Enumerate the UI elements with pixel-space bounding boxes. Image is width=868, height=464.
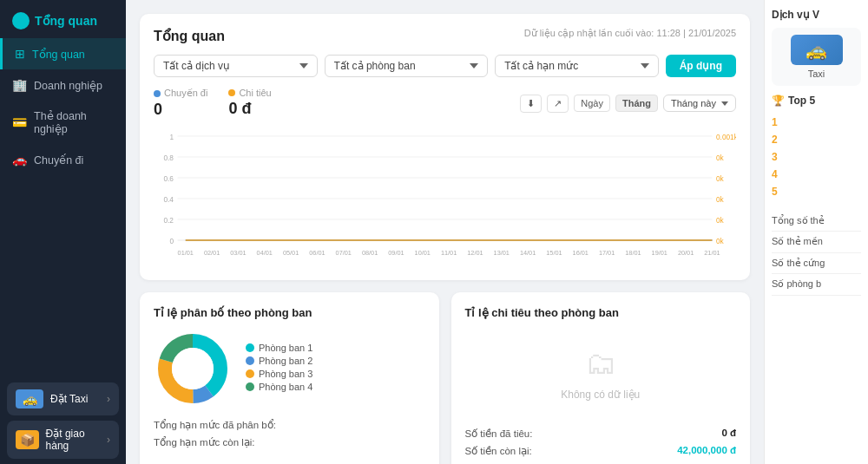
svg-text:1: 1 [169,133,174,141]
donut-chart [154,330,232,408]
distribution-card: Tỉ lệ phân bố theo phòng ban [140,292,439,464]
right-stat-1: Số thẻ mền [772,232,861,252]
sidebar-label-the: Thẻ doanh nghiệp [34,109,114,135]
service-card-taxi: 🚕 Taxi [772,28,861,86]
period-select[interactable]: Tháng này [663,95,736,112]
svg-text:19/01: 19/01 [652,249,667,257]
spent-value: 0 đ [721,428,736,440]
right-panel: Dịch vụ V 🚕 Taxi 🏆 Top 5 1 2 3 4 5 Tổng … [764,0,868,464]
svg-text:0.2: 0.2 [163,216,174,225]
sidebar-item-tong-quan[interactable]: ⊞ Tổng quan [0,38,126,69]
sidebar-logo: ✦ Tổng quan [0,0,126,38]
svg-text:13/01: 13/01 [494,249,510,257]
distribution-stats: Tổng hạn mức đã phân bổ: Tổng hạn mức cò… [154,416,425,451]
no-data-icon: 🗂 [585,345,616,382]
top5-item-3: 3 [772,148,861,166]
quick-item-dat-taxi[interactable]: 🚕 Đặt Taxi › [7,382,119,415]
right-stats: Tổng số thẻ Số thẻ mền Số thẻ cứng Số ph… [772,211,861,296]
total-limit-row: Tổng hạn mức đã phân bổ: [154,416,425,434]
svg-text:11/01: 11/01 [441,249,457,257]
sidebar-logo-text: Tổng quan [35,14,97,28]
distribution-title: Tỉ lệ phân bố theo phòng ban [154,306,425,319]
sidebar-item-the-doanh-nghiep[interactable]: 💳 Thẻ doanh nghiệp [0,101,126,144]
bottom-row: Tỉ lệ phân bố theo phòng ban [140,292,750,464]
limit-filter[interactable]: Tất cả hạn mức [495,55,659,77]
legend-label-orange: Phòng ban 3 [259,369,312,379]
trips-stat: Chuyến đi 0 [154,88,207,119]
main-content: Tổng quan Dữ liệu cập nhật lần cuối vào:… [126,0,764,464]
svg-text:20/01: 20/01 [678,249,694,257]
department-filter[interactable]: Tất cả phòng ban [325,55,489,77]
quick-label-giao-hang: Đặt giao hàng [46,428,100,452]
quick-item-giao-hang[interactable]: 📦 Đặt giao hàng › [7,421,119,459]
share-icon-btn[interactable]: ↗ [547,95,569,113]
sidebar-bottom: 🚕 Đặt Taxi › 📦 Đặt giao hàng › [0,377,126,464]
top5-item-1: 1 [772,114,861,131]
top5-section: 🏆 Top 5 1 2 3 4 5 [772,95,861,200]
top5-item-2: 2 [772,131,861,148]
svg-text:18/01: 18/01 [625,249,641,257]
svg-text:03/01: 03/01 [230,249,246,257]
top5-item-5: 5 [772,183,861,200]
month-btn[interactable]: Tháng [615,95,658,112]
legend-label-teal: Phòng ban 1 [259,343,312,353]
legend-dot-blue [246,356,254,365]
svg-text:0.4: 0.4 [163,195,174,204]
trips-value: 0 [154,101,207,119]
sidebar-item-doanh-nghiep[interactable]: 🏢 Doanh nghiệp [0,69,126,101]
svg-point-44 [172,348,214,389]
no-data-label: Không có dữ liệu [561,389,640,401]
right-stat-3: Số phòng b [772,274,861,295]
top5-title: 🏆 Top 5 [772,95,861,107]
svg-text:0k: 0k [716,154,724,162]
expense-label: Chi tiêu [239,88,271,98]
remaining-row: Số tiền còn lại: 42,000,000 đ [465,442,737,460]
spent-row: Số tiền đã tiêu: 0 đ [465,425,737,442]
card-header: Tổng quan Dữ liệu cập nhật lần cuối vào:… [154,28,736,44]
sidebar-label-doanh-nghiep: Doanh nghiệp [34,79,102,92]
svg-text:0k: 0k [716,216,724,225]
overview-card: Tổng quan Dữ liệu cập nhật lần cuối vào:… [140,14,750,280]
remaining-limit-label: Tổng hạn mức còn lại: [154,436,255,448]
sidebar-label-chuyen-di: Chuyến đi [34,154,83,167]
taxi-icon: 🚕 [16,389,43,408]
stats-row: Chuyến đi 0 Chi tiêu 0 đ ⬇ ↗ Ngày Tháng [154,88,736,119]
right-stat-0: Tổng số thẻ [772,211,861,232]
svg-text:14/01: 14/01 [520,249,536,257]
chevron-icon-taxi: › [107,393,110,405]
svg-text:05/01: 05/01 [283,249,299,257]
pie-legend: Phòng ban 1 Phòng ban 2 Phòng ban 3 Phòn… [246,343,312,395]
apply-button[interactable]: Áp dụng [666,55,736,77]
svg-text:15/01: 15/01 [546,249,562,257]
legend-dot-green [246,382,254,391]
svg-text:04/01: 04/01 [257,249,273,257]
svg-text:0k: 0k [716,237,724,245]
trophy-icon: 🏆 [772,95,785,107]
logo-icon: ✦ [12,12,30,29]
sidebar-icon-tong-quan: ⊞ [15,47,25,61]
delivery-icon: 📦 [16,430,39,449]
remaining-limit-row: Tổng hạn mức còn lại: [154,434,425,451]
legend-dot-orange [246,369,254,378]
svg-text:0.001k: 0.001k [716,133,736,141]
svg-text:0k: 0k [716,195,724,204]
no-data-section: 🗂 Không có dữ liệu [465,330,737,416]
trips-label: Chuyến đi [164,88,207,99]
svg-text:07/01: 07/01 [336,249,352,257]
service-name: Taxi [779,69,854,79]
sidebar-item-chuyen-di[interactable]: 🚗 Chuyến đi [0,144,126,175]
svg-text:0: 0 [169,237,174,245]
svg-text:06/01: 06/01 [309,249,325,257]
sidebar-icon-chuyen-di: 🚗 [12,153,27,167]
svg-text:0.6: 0.6 [163,174,174,183]
day-btn[interactable]: Ngày [574,95,610,112]
service-filter[interactable]: Tất cả dịch vụ [154,55,318,77]
card-title: Tổng quan [154,28,225,44]
svg-text:12/01: 12/01 [467,249,483,257]
export-icon-btn[interactable]: ⬇ [520,95,542,113]
service-car-image: 🚕 [791,35,843,65]
sidebar-icon-the: 💳 [12,115,27,129]
sidebar-label-tong-quan: Tổng quan [32,48,85,61]
legend-dot-teal [246,343,254,352]
svg-text:08/01: 08/01 [362,249,378,257]
